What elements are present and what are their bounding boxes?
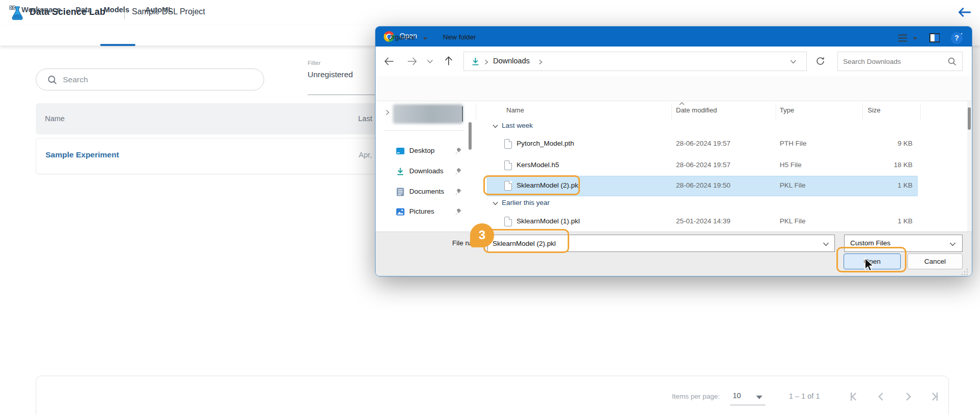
pin-icon[interactable] (455, 188, 462, 195)
documents-icon (396, 188, 405, 196)
back-arrow-icon[interactable] (958, 6, 972, 19)
resize-grip[interactable] (962, 269, 968, 275)
sidebar-expander-icon[interactable] (385, 109, 390, 116)
file-row-sklearnmodel-2-selected[interactable]: SklearnModel (2).pkl 28-06-2024 19:50 PK… (487, 176, 918, 196)
file-type-value: Custom Files (850, 239, 891, 247)
file-date: 28-06-2024 19:50 (676, 181, 731, 189)
file-row-pytorch-model[interactable]: Pytorch_Model.pth 28-06-2024 19:57 PTH F… (487, 134, 918, 154)
downloads-icon (396, 167, 405, 176)
nav-forward-icon[interactable] (407, 56, 417, 66)
preview-pane-icon[interactable] (929, 33, 940, 42)
file-row-sklearnmodel-1[interactable]: SklearnModel (1).pkl 25-01-2024 14:39 PK… (487, 212, 918, 232)
group-label: Earlier this year (502, 199, 550, 206)
dialog-search-box[interactable] (837, 52, 963, 71)
first-page-icon[interactable] (847, 390, 859, 403)
list-column-size[interactable]: Size (868, 106, 880, 114)
file-type: PKL File (780, 181, 806, 189)
sidebar-item-documents[interactable]: Documents (393, 185, 468, 199)
view-mode-icon[interactable] (898, 34, 907, 42)
pin-icon[interactable] (455, 208, 462, 215)
tab-automl[interactable]: AutoML (145, 6, 173, 14)
file-date: 25-01-2024 14:39 (676, 217, 731, 225)
group-last-week[interactable]: Last week (487, 121, 742, 131)
column-header-name[interactable]: Name (45, 114, 65, 123)
nav-history-chevron-icon[interactable] (427, 59, 433, 64)
next-page-icon[interactable] (902, 390, 915, 403)
sidebar-scrollbar[interactable] (469, 122, 472, 150)
refresh-icon[interactable] (815, 56, 826, 66)
file-name-dropdown-icon[interactable] (823, 242, 829, 246)
sidebar-item-desktop[interactable]: Desktop (393, 144, 468, 158)
experiment-date: Apr, (359, 151, 372, 159)
pictures-icon (396, 208, 405, 216)
sidebar-item-label: Downloads (409, 167, 444, 175)
group-earlier-this-year[interactable]: Earlier this year (487, 198, 742, 209)
cancel-button[interactable]: Cancel (907, 253, 963, 269)
search-icon (948, 57, 956, 66)
tab-data[interactable]: Data (76, 6, 91, 14)
file-icon (504, 217, 512, 226)
file-type: PKL File (780, 217, 806, 225)
experiment-link[interactable]: Sample Experiment (45, 150, 119, 159)
file-date: 28-06-2024 19:57 (676, 161, 731, 169)
items-per-page-caret-icon[interactable] (756, 396, 762, 399)
help-icon[interactable]: ? (951, 32, 963, 44)
list-column-type[interactable]: Type (780, 106, 794, 114)
file-name-input[interactable] (493, 236, 820, 251)
dialog-search-input[interactable] (843, 53, 945, 70)
filter-label: Filter (308, 60, 321, 66)
active-tab-underline (100, 44, 135, 46)
file-size: 1 KB (898, 217, 913, 225)
pin-icon[interactable] (455, 168, 462, 175)
last-page-icon[interactable] (929, 390, 941, 403)
file-name-label: File name: (452, 239, 484, 247)
organize-caret-icon[interactable] (423, 37, 427, 40)
nav-up-icon[interactable] (444, 56, 454, 66)
pagination-range: 1 – 1 of 1 (789, 392, 820, 400)
breadcrumb-chevron-icon[interactable] (484, 59, 488, 65)
group-collapse-icon[interactable] (493, 124, 498, 128)
search-input[interactable] (63, 70, 257, 89)
breadcrumb-chevron-icon[interactable] (539, 59, 543, 65)
nav-back-icon[interactable] (384, 56, 394, 66)
items-per-page-select[interactable]: 10 (733, 391, 741, 400)
list-column-date-modified[interactable]: Date modified (676, 106, 717, 114)
list-column-name[interactable]: Name (506, 106, 524, 114)
sidebar-item-pictures[interactable]: Pictures (393, 205, 468, 219)
filter-underline (308, 95, 385, 95)
address-bar[interactable]: Downloads (463, 52, 807, 71)
organize-button[interactable]: Organize (387, 33, 415, 41)
list-scrollbar[interactable] (968, 107, 971, 130)
file-size: 9 KB (898, 140, 913, 147)
downloads-folder-icon (471, 57, 480, 66)
filter-select[interactable]: Unregistered (308, 70, 353, 79)
breadcrumb-downloads[interactable]: Downloads (493, 57, 530, 65)
column-header-last-modified[interactable]: Last (358, 114, 372, 123)
previous-page-icon[interactable] (875, 390, 887, 403)
file-icon (504, 160, 512, 170)
view-mode-caret-icon[interactable] (913, 37, 917, 40)
column-divider (476, 104, 476, 120)
tab-models[interactable]: Models (104, 6, 129, 14)
column-divider (776, 104, 776, 120)
file-date: 28-06-2024 19:57 (676, 140, 731, 147)
file-type: PTH File (780, 140, 807, 147)
group-collapse-icon[interactable] (493, 201, 498, 205)
sort-ascending-icon (679, 102, 685, 105)
sidebar-divider (384, 130, 464, 131)
file-size: 18 KB (894, 161, 913, 169)
tab-workspace[interactable]: Workspace (21, 6, 61, 14)
address-dropdown-icon[interactable] (790, 60, 797, 64)
sidebar-item-label: Pictures (409, 208, 434, 215)
pin-icon[interactable] (455, 147, 462, 154)
experiment-search[interactable] (36, 68, 264, 90)
file-row-kersmodel[interactable]: KersModel.h5 28-06-2024 19:57 H5 File 18… (487, 155, 918, 176)
file-name: KersModel.h5 (517, 161, 559, 169)
file-name-field[interactable] (487, 235, 835, 252)
new-folder-button[interactable]: New folder (443, 33, 476, 41)
file-type-select[interactable]: Custom Files (844, 235, 963, 252)
sidebar-item-downloads[interactable]: Downloads (393, 165, 468, 179)
file-icon (504, 181, 512, 191)
sidebar-item-redacted[interactable] (393, 104, 463, 124)
desktop-icon (396, 147, 405, 155)
